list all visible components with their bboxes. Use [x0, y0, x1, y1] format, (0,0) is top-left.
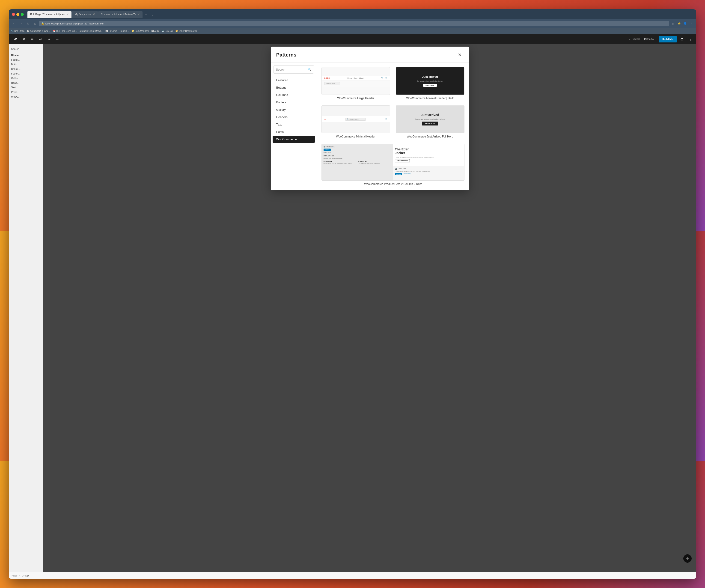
tab-close-icon[interactable]: ✕: [66, 13, 69, 16]
lock-icon: 🔒: [41, 22, 44, 25]
sidebar-search-label: Search: [9, 46, 43, 52]
bookmark-icon: 📅: [53, 30, 55, 32]
wp-logo-icon: W: [14, 37, 16, 41]
bookmark-icon: 💻: [161, 30, 164, 32]
undo-icon: ↩: [39, 37, 42, 41]
close-window-button[interactable]: [12, 13, 15, 16]
maximize-window-button[interactable]: [21, 13, 24, 16]
patterns-modal: Patterns ✕: [271, 47, 277, 190]
bookmark-icon: 📰: [105, 30, 108, 32]
bookmark-icon: a: [80, 30, 81, 32]
modal-overlay: Patterns ✕: [43, 44, 277, 231]
bookmarks-bar: 🔧 Drs Office 🅰 Automattic in Gra... 📅 Th…: [9, 28, 277, 34]
bookmark-icon: 📂: [176, 30, 178, 32]
modal-nav-woocommerce[interactable]: WooCommerce: [273, 136, 277, 143]
bookmark-label: GitNews | Trendin...: [109, 30, 129, 32]
modal-header: Patterns ✕: [271, 47, 277, 62]
minimize-window-button[interactable]: [16, 13, 19, 16]
list-view-button[interactable]: ☰: [54, 36, 60, 42]
close-editor-button[interactable]: ✕: [21, 36, 27, 42]
url-text: woo.test/wp-admin/post.php?post=2274&act…: [45, 22, 104, 25]
sidebar-item-columns[interactable]: Colum...: [9, 67, 43, 71]
modal-nav-headers[interactable]: Headers: [273, 114, 277, 121]
tab-label: Edit Page *Commerce Adjacen: [30, 13, 65, 16]
modal-search-wrap: 🔍: [274, 65, 277, 74]
tab-label: Commerce Adjacent Pattern Te: [101, 13, 136, 16]
bookmark-other[interactable]: 📂 Other Bookmarks: [176, 30, 197, 32]
bookmark-label: DevBox: [164, 30, 173, 32]
edit-button[interactable]: ✏: [29, 36, 36, 42]
undo-button[interactable]: ↩: [37, 36, 44, 42]
modal-nav-columns[interactable]: Columns: [273, 91, 277, 98]
bookmark-devbox[interactable]: 💻 DevBox: [161, 30, 173, 32]
reload-button[interactable]: ↻: [26, 22, 31, 26]
redo-icon: ↪: [48, 37, 50, 41]
sidebar-item-featured[interactable]: Featu...: [9, 57, 43, 62]
home-button[interactable]: ⌂: [32, 22, 37, 26]
modal-nav-posts[interactable]: Posts: [273, 128, 277, 135]
bookmark-label: Automattic in Gra...: [30, 30, 50, 32]
wp-content-area: Search Blocks Featu... Butto... Colum...…: [9, 44, 277, 231]
tab-overflow-button[interactable]: ⌄: [149, 12, 156, 16]
bookmark-kindle[interactable]: a Kindle Cloud Read...: [80, 30, 103, 32]
sidebar-item-footers[interactable]: Foote...: [9, 71, 43, 76]
close-icon: ✕: [22, 37, 26, 41]
tab-close-icon[interactable]: ✕: [93, 13, 95, 16]
url-bar[interactable]: 🔒 woo.test/wp-admin/post.php?post=2274&a…: [39, 21, 277, 26]
modal-nav-buttons[interactable]: Buttons: [273, 84, 277, 91]
sidebar-item-buttons[interactable]: Butto...: [9, 62, 43, 67]
sidebar-item-text[interactable]: Text: [9, 85, 43, 90]
wp-canvas: Patterns ✕: [43, 44, 277, 231]
tab-commerce-adjacent[interactable]: Commerce Adjacent Pattern Te ✕: [98, 11, 143, 18]
list-view-icon: ☰: [56, 37, 59, 41]
title-bar: Edit Page *Commerce Adjacen ✕ My fancy s…: [9, 9, 277, 19]
address-bar: ← → ↻ ⌂ 🔒 woo.test/wp-admin/post.php?pos…: [9, 19, 277, 28]
traffic-lights: [12, 13, 24, 16]
redo-button[interactable]: ↪: [46, 36, 52, 42]
bookmark-label: A8C: [154, 30, 159, 32]
tab-close-icon[interactable]: ✕: [137, 13, 140, 16]
modal-nav-text[interactable]: Text: [273, 121, 277, 128]
modal-sidebar: 🔍 Featured Buttons Columns Footers Galle…: [271, 62, 277, 190]
modal-body: 🔍 Featured Buttons Columns Footers Galle…: [271, 62, 277, 190]
modal-nav-gallery[interactable]: Gallery: [273, 106, 277, 113]
bookmark-drs-office[interactable]: 🔧 Drs Office: [11, 30, 25, 32]
modal-title: Patterns: [276, 52, 277, 58]
bookmark-label: Kindle Cloud Read...: [81, 30, 103, 32]
bookmark-automattic[interactable]: 🅰 Automattic in Gra...: [27, 30, 50, 32]
modal-search-box: 🔍: [271, 65, 277, 76]
wp-sidebar: Search Blocks Featu... Butto... Colum...…: [9, 44, 43, 231]
bookmark-label: Other Bookmarks: [179, 30, 197, 32]
wp-toolbar: W ✕ ✏ ↩ ↪ ☰ ✓ Saved Preview: [9, 34, 277, 44]
tab-edit-page[interactable]: Edit Page *Commerce Adjacen ✕: [28, 11, 72, 18]
bookmark-a8c[interactable]: 🅰 A8C: [151, 30, 159, 32]
sidebar-item-gallery[interactable]: Galler...: [9, 76, 43, 81]
bookmark-gitnews[interactable]: 📰 GitNews | Trendin...: [105, 30, 129, 32]
new-tab-button[interactable]: +: [143, 12, 149, 17]
bookmark-icon: 🅰: [27, 30, 29, 32]
bookmark-icon: 📁: [132, 30, 134, 32]
forward-button[interactable]: →: [18, 22, 23, 26]
modal-nav-footers[interactable]: Footers: [273, 99, 277, 106]
bookmark-icon: 🅰: [151, 30, 154, 32]
bookmark-icon: 🔧: [11, 30, 14, 32]
back-button[interactable]: ←: [11, 22, 16, 26]
sidebar-blocks-section: Blocks: [9, 53, 43, 57]
bookmark-label: The Time Zone Co...: [56, 30, 77, 32]
sidebar-item-headers[interactable]: Head...: [9, 81, 43, 85]
modal-search-input[interactable]: [274, 65, 277, 74]
sidebar-item-posts[interactable]: Posts: [9, 90, 43, 94]
edit-icon: ✏: [31, 37, 34, 41]
sidebar-item-woocommerce[interactable]: WooC...: [9, 94, 43, 99]
bookmark-label: Drs Office: [14, 30, 25, 32]
wordpress-editor: W ✕ ✏ ↩ ↪ ☰ ✓ Saved Preview: [9, 34, 277, 231]
browser-window: Edit Page *Commerce Adjacen ✕ My fancy s…: [9, 9, 277, 231]
bookmark-timezone[interactable]: 📅 The Time Zone Co...: [53, 30, 77, 32]
tab-bar: Edit Page *Commerce Adjacen ✕ My fancy s…: [28, 11, 277, 18]
bookmark-bookmarklets[interactable]: 📁 BookMarklets: [132, 30, 149, 32]
modal-nav-featured[interactable]: Featured: [273, 77, 277, 84]
bookmark-label: BookMarklets: [135, 30, 149, 32]
tab-my-fancy-store[interactable]: My fancy store ✕: [72, 11, 98, 18]
tab-label: My fancy store: [75, 13, 91, 16]
wp-logo-button[interactable]: W: [11, 36, 19, 43]
